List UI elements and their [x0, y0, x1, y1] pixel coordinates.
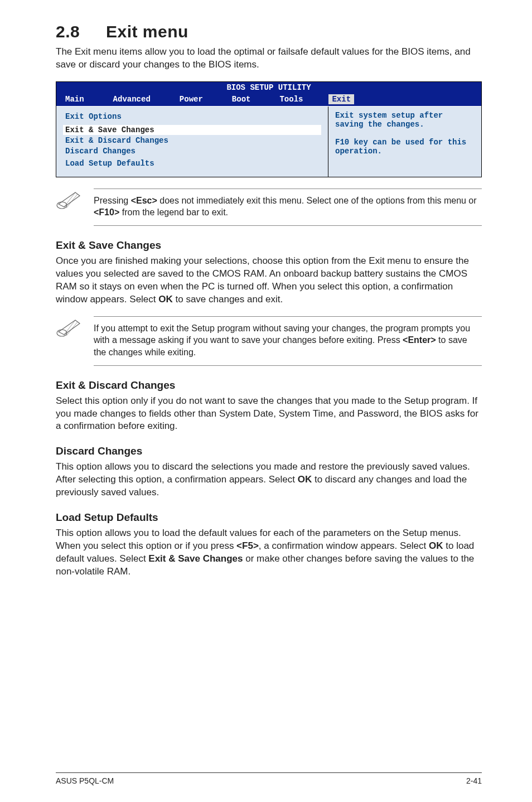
bios-item-load-defaults[interactable]: Load Setup Defaults: [63, 158, 321, 168]
note-esc-key1: <Esc>: [131, 196, 157, 205]
note-icon: [56, 189, 81, 211]
note-esc-text: Pressing <Esc> does not immediately exit…: [94, 189, 482, 226]
heading-load-defaults: Load Setup Defaults: [56, 511, 482, 524]
note-esc-post: from the legend bar to exit.: [119, 207, 228, 217]
note-icon: [56, 316, 81, 339]
body-exit-save: Once you are finished making your select…: [56, 255, 482, 306]
bios-options-heading: Exit Options: [63, 112, 321, 122]
bios-header: BIOS SETUP UTILITY: [56, 82, 481, 93]
footer-left: ASUS P5QL-CM: [56, 776, 114, 785]
section-intro: The Exit menu items allow you to load th…: [56, 46, 482, 71]
bios-tab-main[interactable]: Main: [62, 94, 88, 104]
heading-discard: Discard Changes: [56, 445, 482, 457]
load-defaults-mid1: , a confirmation window appears. Select: [259, 540, 429, 551]
discard-ok: OK: [298, 474, 312, 485]
note-esc-mid: does not immediately exit this menu. Sel…: [157, 196, 477, 205]
footer-right: 2-41: [466, 776, 482, 785]
svg-line-2: [66, 194, 78, 208]
svg-line-4: [64, 320, 75, 335]
load-defaults-exit-save: Exit & Save Changes: [148, 553, 243, 564]
bios-tab-power[interactable]: Power: [176, 94, 206, 104]
bios-screenshot: BIOS SETUP UTILITY Main Advanced Power B…: [56, 81, 482, 177]
section-title: 2.8Exit menu: [56, 22, 482, 41]
note-save-key: <Enter>: [403, 335, 436, 345]
bios-tabs: Main Advanced Power Boot Tools Exit: [56, 93, 481, 107]
bios-tab-boot[interactable]: Boot: [229, 94, 254, 104]
load-defaults-ok: OK: [429, 540, 443, 551]
body-load-defaults: This option allows you to load the defau…: [56, 527, 482, 578]
bios-tab-exit[interactable]: Exit: [328, 94, 354, 104]
bios-help-text: Exit system setup after saving the chang…: [335, 111, 475, 156]
bios-tab-advanced[interactable]: Advanced: [110, 94, 154, 104]
bios-main-panel: Exit Options Exit & Save Changes Exit & …: [56, 107, 328, 177]
exit-save-ok: OK: [158, 294, 173, 305]
bios-item-blank: [63, 157, 321, 158]
section-heading-text: Exit menu: [106, 22, 188, 41]
section-number: 2.8: [56, 22, 106, 41]
bios-tab-tools[interactable]: Tools: [276, 94, 306, 104]
svg-line-1: [64, 192, 75, 207]
heading-exit-discard: Exit & Discard Changes: [56, 379, 482, 392]
bios-item-exit-save[interactable]: Exit & Save Changes: [63, 125, 321, 135]
heading-exit-save: Exit & Save Changes: [56, 239, 482, 252]
svg-line-5: [66, 322, 78, 336]
bios-item-exit-discard[interactable]: Exit & Discard Changes: [63, 136, 321, 146]
bios-item-discard[interactable]: Discard Changes: [63, 146, 321, 156]
note-esc: Pressing <Esc> does not immediately exit…: [56, 189, 482, 226]
load-defaults-f5: <F5>: [236, 540, 259, 551]
note-save-text: If you attempt to exit the Setup program…: [94, 316, 482, 366]
note-esc-key2: <F10>: [94, 207, 119, 217]
bios-help-panel: Exit system setup after saving the chang…: [328, 107, 481, 177]
note-esc-pre: Pressing: [94, 196, 131, 205]
note-save: If you attempt to exit the Setup program…: [56, 316, 482, 366]
body-exit-discard: Select this option only if you do not wa…: [56, 395, 482, 433]
page-footer: ASUS P5QL-CM 2-41: [56, 772, 482, 785]
body-discard: This option allows you to discard the se…: [56, 461, 482, 499]
exit-save-post: to save changes and exit.: [173, 294, 283, 305]
